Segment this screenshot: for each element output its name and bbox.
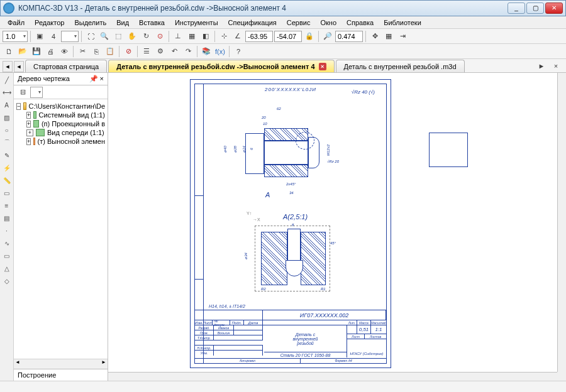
coord-x-input[interactable]: -63.95 [245, 31, 273, 42]
expand-icon[interactable]: + [26, 121, 31, 128]
vt-text-icon[interactable]: A [1, 99, 13, 111]
menu-select[interactable]: Выделить [69, 18, 111, 28]
dim-label: 45° [330, 241, 336, 245]
tb-fx-icon[interactable]: f(x) [214, 45, 226, 58]
vt-point-icon[interactable]: · [1, 225, 13, 236]
vt-rect-icon[interactable]: ▭ [1, 250, 13, 261]
tree-label: (т) Выносной элемен [38, 138, 105, 145]
vt-select-icon[interactable]: ▭ [1, 187, 13, 199]
tb-zoom-in-icon[interactable]: 🔍 [98, 30, 111, 43]
scroll-corner [557, 372, 566, 381]
tab-drawing[interactable]: Деталь с внутренней резьбой.cdw ->Выносн… [108, 60, 334, 72]
tb-move-icon[interactable]: ✥ [369, 30, 381, 43]
tb-search-icon[interactable]: 🔎 [321, 30, 334, 43]
tb-cut-icon[interactable]: ✂ [76, 45, 89, 58]
maximize-button[interactable]: ▢ [526, 3, 544, 14]
tree-item[interactable]: +(т) Выносной элемен [26, 137, 105, 146]
canvas-hscroll[interactable] [108, 372, 557, 381]
tb-new-icon[interactable]: 🗋 [3, 45, 15, 58]
tab-close-icon[interactable]: × [319, 63, 326, 70]
tb-magnet-icon[interactable]: ⊙ [153, 30, 166, 43]
tab-scroll-left2[interactable]: ◄ [14, 61, 24, 72]
menu-window[interactable]: Окно [315, 18, 341, 28]
menu-tools[interactable]: Инструменты [170, 18, 223, 28]
sp-tree-icon[interactable]: ⊟ [16, 86, 29, 99]
vt-aux-icon[interactable]: ∿ [1, 237, 13, 249]
tb-lib-icon[interactable]: 📚 [200, 45, 213, 58]
tab-scroll-left[interactable]: ◄ [3, 61, 13, 72]
tab-start-page[interactable]: Стартовая страница [25, 60, 107, 72]
tb-paste-icon[interactable]: 📋 [104, 45, 116, 58]
vt-hatch-icon[interactable]: ▨ [1, 112, 13, 123]
vt-tool-icon[interactable]: △ [1, 263, 13, 274]
expand-icon[interactable]: + [26, 138, 31, 145]
tb-layer-icon[interactable]: ◧ [199, 30, 212, 43]
menu-service[interactable]: Сервис [282, 18, 316, 28]
vt-arc-icon[interactable]: ⌒ [1, 137, 13, 148]
expand-icon[interactable]: − [16, 103, 21, 110]
menu-help[interactable]: Справка [341, 18, 379, 28]
tab-model[interactable]: Деталь с внутренней резьбой .m3d [336, 60, 465, 72]
menu-insert[interactable]: Вставка [134, 18, 170, 28]
tb-combo2[interactable] [61, 31, 79, 42]
expand-icon[interactable]: + [26, 129, 33, 136]
menu-view[interactable]: Вид [111, 18, 134, 28]
expand-icon[interactable]: + [26, 112, 31, 119]
tb-zoom-area-icon[interactable]: ⬚ [112, 30, 125, 43]
tb-pan-icon[interactable]: ✋ [126, 30, 138, 43]
tb-save-icon[interactable]: 💾 [30, 45, 43, 58]
side-panel-bottom-tab[interactable]: Построение [14, 369, 108, 381]
menu-edit[interactable]: Редактор [30, 18, 69, 28]
tb-props-icon[interactable]: ☰ [140, 45, 153, 58]
vt-spec-icon[interactable]: ≡ [1, 200, 13, 211]
tb-end-icon[interactable]: ⇥ [396, 30, 409, 43]
tree-item[interactable]: +Вид спереди (1:1) [26, 128, 105, 137]
tree-item[interactable]: +Системный вид (1:1) [26, 111, 105, 119]
zoom-input[interactable]: 0.474 [335, 31, 363, 42]
vt-edit-icon[interactable]: ✎ [1, 150, 13, 161]
vt-param-icon[interactable]: ⚡ [1, 162, 13, 173]
tb-open-icon[interactable]: 📂 [16, 45, 29, 58]
tb-cancel-icon[interactable]: ⊘ [122, 45, 135, 58]
side-panel-pin-icon[interactable]: 📌 × [89, 75, 104, 83]
tb-vars-icon[interactable]: ⚙ [154, 45, 167, 58]
tb-zoom-fit-icon[interactable]: ⛶ [84, 30, 97, 43]
menu-file[interactable]: Файл [3, 18, 30, 28]
minimize-button[interactable]: _ [508, 3, 525, 14]
tb-angle-icon[interactable]: ∠ [231, 30, 244, 43]
scale-combo[interactable]: 1.0 [3, 31, 28, 42]
tb-print-icon[interactable]: 🖨 [44, 45, 57, 58]
tab-close-all[interactable]: × [550, 60, 562, 72]
tb-help-icon[interactable]: ? [232, 45, 245, 58]
tab-scroll-right[interactable]: ► [535, 60, 548, 72]
tb-num4-icon[interactable]: 4 [47, 30, 60, 43]
tb-snap-icon[interactable]: ▦ [186, 30, 198, 43]
tb-undo-icon[interactable]: ↶ [168, 45, 180, 58]
vt-more-icon[interactable]: ◇ [1, 275, 13, 286]
vt-dim-icon[interactable]: ⟷ [1, 87, 13, 98]
tb-grid-icon[interactable]: ▦ [382, 30, 395, 43]
tb-preview-icon[interactable]: 👁 [58, 45, 70, 58]
canvas-vscroll[interactable] [557, 73, 566, 372]
vt-report-icon[interactable]: ▤ [1, 212, 13, 224]
menu-spec[interactable]: Спецификация [223, 18, 282, 28]
tb-ortho-icon[interactable]: ⊥ [172, 30, 184, 43]
tb-rotate-icon[interactable]: ↻ [140, 30, 152, 43]
tb-redo-icon[interactable]: ↷ [182, 45, 194, 58]
tb-lock-icon[interactable]: 🔒 [303, 30, 316, 43]
vt-measure-icon[interactable]: 📏 [1, 175, 13, 186]
coord-y-input[interactable]: -54.07 [274, 31, 302, 42]
vt-circle-icon[interactable]: ○ [1, 124, 13, 136]
tb-copy-icon[interactable]: ⎘ [90, 45, 103, 58]
drawing-canvas[interactable]: 200'XXXXXX'L0JИ √Rz 40 (√) 62 20 10 ⌀40 … [108, 73, 566, 381]
tb-xy-icon[interactable]: ⊹ [218, 30, 230, 43]
axis-y: Y↑ [247, 211, 252, 215]
tree-item[interactable]: +(п) Проекционный в [26, 119, 105, 128]
menu-libs[interactable]: Библиотеки [379, 18, 426, 28]
sp-filter-combo[interactable] [30, 87, 43, 98]
tree-root[interactable]: − C:\Users\Константин\De [16, 102, 105, 111]
close-button[interactable]: ✕ [545, 3, 563, 14]
side-panel-hscroll[interactable] [14, 359, 108, 369]
vt-line-icon[interactable]: ╱ [1, 74, 13, 85]
tb-bold-icon[interactable]: ▣ [33, 30, 46, 43]
